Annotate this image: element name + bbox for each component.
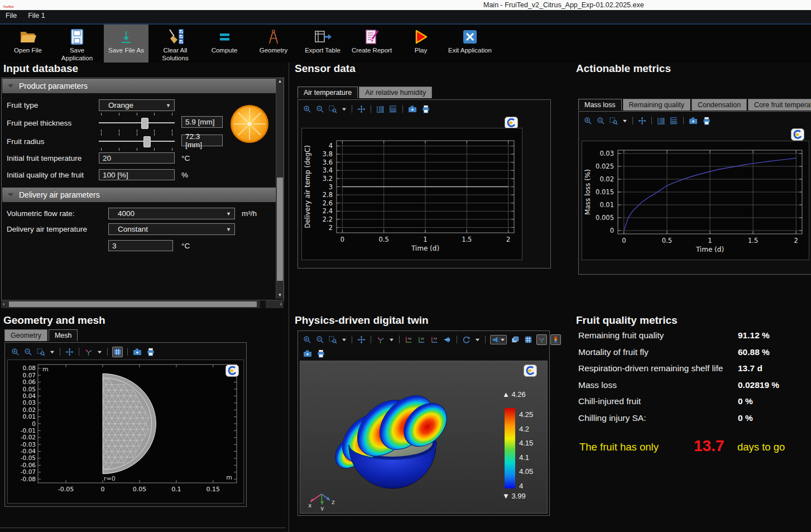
tab-air-relative-humidity[interactable]: Air relative humidity [359,87,432,98]
mass-loss-chart[interactable]: 00.511.5200.0050.010.0150.020.0250.03Tim… [582,141,808,258]
tab-core-fruit-temperature[interactable]: Core fruit temperature [748,99,811,111]
scrollbar-thumb[interactable] [277,178,283,281]
tab-mass-loss[interactable]: Mass loss [578,99,622,111]
zoom-out-icon[interactable] [596,116,606,126]
fruit-peel-thickness-label: Fruit peel thickness [7,119,71,127]
fit-icon[interactable] [637,116,647,126]
delivery-air-temperature-input[interactable]: 3 [108,240,173,251]
horizontal-scrollbar[interactable]: ‹ › [1,300,284,308]
print-icon[interactable] [146,347,156,357]
camera-icon[interactable] [132,347,142,356]
menu-file[interactable]: File [0,10,22,21]
fruit-peel-thickness-slider[interactable] [99,117,175,128]
perspective-icon[interactable] [443,335,452,344]
zoom-in-icon[interactable] [303,104,312,114]
caret-icon[interactable] [341,337,347,343]
toolbar-exit-application-button[interactable]: Exit Application [448,25,492,63]
scroll-left-icon[interactable]: ‹ [3,301,4,308]
toolbar-export-table-button[interactable]: Export Table [300,25,345,63]
tab-air-temperature[interactable]: Air temperature [297,87,358,98]
y-log-scale-icon[interactable] [388,104,398,114]
rotate-icon[interactable] [462,335,471,344]
light-settings-group[interactable] [490,335,507,344]
vertical-scrollbar[interactable]: ▲ ▼ [276,78,284,299]
svg-text:1.5: 1.5 [748,237,758,245]
slider-handle[interactable] [143,136,151,147]
volumetric-flow-rate-dropdown[interactable]: 4000 ▼ [108,208,235,219]
scrollbar-thumb[interactable] [9,301,257,307]
fruit-type-dropdown[interactable]: Orange ▼ [99,99,175,111]
view-xy-icon[interactable]: xy [404,335,414,344]
tab-mesh[interactable]: Mesh [49,329,78,341]
camera-icon[interactable] [688,116,698,125]
menu-file-1[interactable]: File 1 [22,10,51,21]
axis-triad-icon[interactable] [84,347,93,357]
scroll-right-icon[interactable]: › [280,301,282,308]
print-icon[interactable] [316,349,326,358]
toolbar-play-button[interactable]: Play [399,25,443,63]
caret-icon[interactable] [622,118,628,124]
tab-geometry[interactable]: Geometry [4,329,47,341]
fit-icon[interactable] [65,347,74,357]
caret-icon[interactable] [49,349,55,355]
fruit-peel-thickness-value[interactable]: 5.9 [mm] [181,116,223,128]
axes-toggle-icon[interactable] [536,334,547,345]
toolbar-open-file-button[interactable]: Open File [6,25,50,63]
toolbar-create-report-button[interactable]: Create Report [349,25,394,63]
toolbar-save-application-button[interactable]: Save Application [55,25,99,63]
x-log-scale-icon[interactable] [656,116,666,126]
print-icon[interactable] [702,116,712,126]
print-icon[interactable] [421,104,431,114]
caret-icon[interactable] [97,349,103,355]
camera-icon[interactable] [303,349,313,358]
zoom-in-icon[interactable] [11,347,20,357]
chevron-down-icon: ▼ [226,227,231,232]
y-log-scale-icon[interactable] [669,116,679,126]
axis-triad-icon[interactable] [376,335,385,344]
delivery-air-temperature-dropdown[interactable]: Constant ▼ [108,223,235,235]
save-file-as-icon [117,27,136,47]
sensor-chart[interactable]: 00.511.5222.22.42.62.833.23.43.63.84Time… [302,128,521,258]
legend-max: ▲ 4.26 [502,390,526,399]
mesh-plot[interactable]: -0.0500.050.10.150.080.070.060.050.040.0… [8,360,242,502]
scroll-up-icon[interactable]: ▲ [276,79,284,84]
zoom-out-icon[interactable] [23,347,33,357]
toolbar-save-file-as-button[interactable]: Save File As [104,25,148,63]
fit-icon[interactable] [357,335,366,344]
initial-quality-input[interactable]: 100 [%] [99,169,175,180]
product-parameters-header[interactable]: Product parameters [2,79,276,93]
tab-remaining-quality[interactable]: Remaining quality [623,99,690,111]
scroll-down-icon[interactable]: ▼ [276,293,284,298]
fruit-radius-slider[interactable] [99,136,175,147]
legend-toggle-icon[interactable] [550,334,561,345]
toolbar-geometry-button[interactable]: Geometry [251,25,296,63]
grid-on-icon[interactable] [524,335,533,344]
delivery-air-parameters-header[interactable]: Delivery air parameters [2,188,276,202]
x-log-scale-icon[interactable] [376,104,385,114]
svg-text:-0.04: -0.04 [21,448,36,454]
zoom-in-icon[interactable] [303,335,312,344]
zoom-in-icon[interactable] [583,116,593,126]
caret-icon[interactable] [474,337,481,343]
caret-icon[interactable] [388,337,395,343]
zoom-box-icon[interactable] [609,116,618,126]
zoom-box-icon[interactable] [328,104,338,114]
zoom-out-icon[interactable] [315,335,325,344]
fruit-radius-value[interactable]: 72.3 [mm] [181,135,223,146]
scene-icon[interactable] [510,335,520,344]
twin-scene[interactable]: ▲ 4.26 4.254.24.154.14.054 ▼ 3.99 x y z [300,361,548,514]
toolbar-compute-button[interactable]: Compute [202,25,247,63]
fit-icon[interactable] [357,104,366,114]
zoom-out-icon[interactable] [315,104,325,114]
zoom-box-icon[interactable] [328,335,338,344]
toolbar-clear-all-solutions-button[interactable]: Clear All Solutions [153,25,198,63]
tab-condensation[interactable]: Condensation [692,99,747,111]
camera-icon[interactable] [407,104,418,113]
view-yz-icon[interactable]: yz [417,335,426,344]
caret-icon[interactable] [341,106,347,112]
grid-on-icon[interactable] [112,347,123,357]
view-xz-icon[interactable]: xz [430,335,439,344]
initial-fruit-temperature-input[interactable]: 20 [99,152,175,164]
slider-handle[interactable] [141,118,148,129]
zoom-box-icon[interactable] [36,347,46,357]
